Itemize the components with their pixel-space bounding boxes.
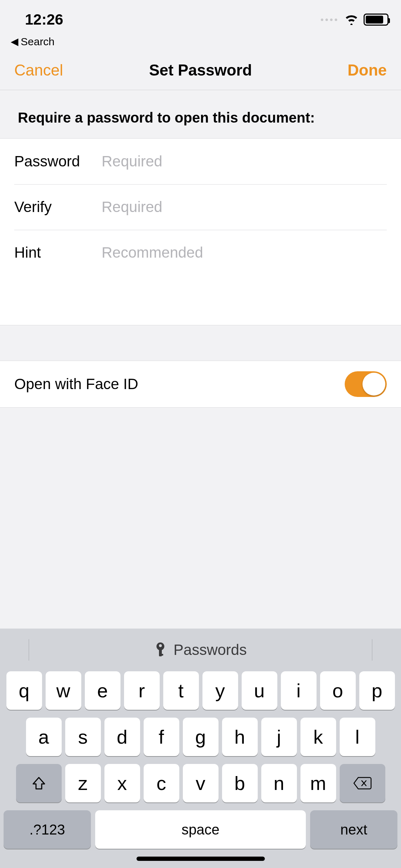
verify-label: Verify	[14, 198, 102, 216]
key-b[interactable]: b	[222, 764, 258, 802]
key-w[interactable]: w	[46, 671, 81, 710]
breadcrumb-label: Search	[21, 36, 55, 48]
section-gap	[0, 325, 401, 361]
key-v[interactable]: v	[183, 764, 219, 802]
key-a[interactable]: a	[26, 718, 62, 756]
hint-input[interactable]	[102, 244, 387, 261]
keyboard: Passwords q w e r t y u i o p a s d f g …	[0, 629, 401, 868]
back-arrow-icon: ◀	[11, 37, 19, 47]
page-title: Set Password	[149, 61, 252, 79]
verify-row: Verify	[0, 184, 401, 230]
verify-input[interactable]	[102, 198, 387, 216]
key-c[interactable]: c	[144, 764, 179, 802]
key-r[interactable]: r	[124, 671, 160, 710]
key-d[interactable]: d	[104, 718, 140, 756]
password-row: Password	[0, 139, 401, 184]
faceid-label: Open with Face ID	[14, 376, 138, 393]
form-padding	[0, 275, 401, 325]
symbols-key[interactable]: .?123	[4, 810, 91, 849]
home-indicator[interactable]	[137, 857, 265, 861]
key-n[interactable]: n	[261, 764, 297, 802]
key-q[interactable]: q	[6, 671, 42, 710]
keyboard-row-1: q w e r t y u i o p	[0, 671, 401, 710]
password-label: Password	[14, 153, 102, 170]
navbar: Cancel Set Password Done	[0, 54, 401, 90]
key-y[interactable]: y	[202, 671, 238, 710]
svg-point-1	[159, 644, 162, 647]
faceid-row: Open with Face ID	[0, 361, 401, 407]
space-key[interactable]: space	[95, 810, 306, 849]
key-h[interactable]: h	[222, 718, 258, 756]
key-icon	[154, 642, 166, 658]
hint-label: Hint	[14, 244, 102, 261]
svg-rect-3	[159, 654, 163, 656]
keyboard-row-2: a s d f g h j k l	[0, 718, 401, 756]
key-z[interactable]: z	[65, 764, 101, 802]
faceid-toggle[interactable]	[345, 371, 387, 397]
wifi-icon	[344, 14, 359, 25]
faceid-section: Open with Face ID	[0, 361, 401, 408]
keyboard-suggestion-bar[interactable]: Passwords	[0, 629, 401, 671]
keyboard-suggestion-text: Passwords	[174, 641, 247, 658]
section-prompt: Require a password to open this document…	[0, 90, 401, 139]
key-m[interactable]: m	[300, 764, 336, 802]
key-p[interactable]: p	[359, 671, 395, 710]
backspace-key[interactable]	[340, 764, 385, 802]
backspace-icon	[353, 777, 372, 790]
key-i[interactable]: i	[281, 671, 317, 710]
key-o[interactable]: o	[320, 671, 356, 710]
key-s[interactable]: s	[65, 718, 101, 756]
status-indicators	[321, 10, 389, 26]
cancel-button[interactable]: Cancel	[14, 61, 63, 79]
key-j[interactable]: j	[261, 718, 297, 756]
key-l[interactable]: l	[340, 718, 375, 756]
shift-icon	[31, 775, 47, 791]
status-time: 12:26	[16, 7, 63, 28]
password-input[interactable]	[102, 153, 387, 170]
keyboard-row-4: .?123 space next	[0, 810, 401, 854]
status-bar: 12:26	[0, 0, 401, 36]
key-x[interactable]: x	[104, 764, 140, 802]
done-button[interactable]: Done	[348, 61, 387, 79]
key-e[interactable]: e	[85, 671, 120, 710]
battery-icon	[364, 14, 389, 26]
key-g[interactable]: g	[183, 718, 219, 756]
breadcrumb-back[interactable]: ◀ Search	[0, 36, 401, 54]
key-f[interactable]: f	[144, 718, 179, 756]
shift-key[interactable]	[16, 764, 62, 802]
key-u[interactable]: u	[242, 671, 277, 710]
key-t[interactable]: t	[163, 671, 199, 710]
key-k[interactable]: k	[300, 718, 336, 756]
password-form: Password Verify Hint	[0, 139, 401, 325]
cell-signal-icon	[321, 19, 337, 21]
hint-row: Hint	[0, 230, 401, 275]
next-key[interactable]: next	[310, 810, 397, 849]
keyboard-row-3: z x c v b n m	[0, 764, 401, 802]
